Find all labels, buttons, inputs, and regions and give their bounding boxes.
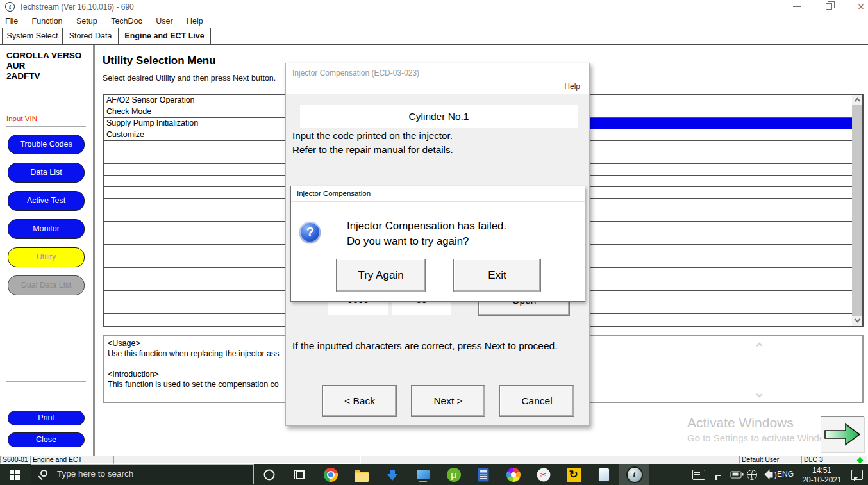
activate-windows-watermark: Activate Windows — [687, 415, 794, 431]
list-scrollbar[interactable] — [852, 95, 862, 326]
tab-stored-data[interactable]: Stored Data — [63, 28, 119, 44]
taskbar-search[interactable]: Type here to search — [31, 464, 254, 484]
back-button[interactable]: < Back — [322, 385, 397, 417]
status-system: Engine and ECT — [30, 456, 113, 464]
hidden-icons-chevron[interactable] — [708, 464, 728, 485]
tab-bar: System Select Stored Data Engine and ECT… — [0, 28, 868, 45]
instruction-line-1: Input the code printed on the injector. — [292, 130, 453, 141]
scroll-up-arrow[interactable] — [852, 95, 862, 105]
close-button[interactable]: Close — [8, 432, 85, 447]
action-center-icon[interactable] — [846, 464, 868, 485]
tab-engine-and-ect-live[interactable]: Engine and ECT Live — [119, 28, 211, 44]
start-button[interactable] — [0, 464, 31, 485]
close-window-button[interactable]: × — [850, 0, 868, 14]
remote-desktop-icon[interactable] — [408, 464, 438, 485]
status-dlc: DLC 3 — [801, 456, 868, 464]
cancel-button[interactable]: Cancel — [499, 385, 574, 417]
green-arrow-icon — [821, 417, 864, 452]
sidebar: COROLLA VERSO AUR 2ADFTV Input VIN Troub… — [0, 45, 95, 456]
techstream-taskbar-icon[interactable]: t — [619, 464, 649, 485]
network-globe-icon[interactable] — [742, 464, 762, 485]
help-link[interactable]: Help — [564, 82, 580, 91]
status-empty-cell — [113, 456, 361, 464]
question-icon: ? — [299, 222, 321, 243]
menu-help[interactable]: Help — [187, 14, 203, 28]
data-list-button[interactable]: Data List — [8, 163, 85, 183]
message-text: Injector Compensation has failed. Do you… — [347, 218, 506, 249]
calculator-icon[interactable] — [468, 464, 498, 485]
cylinder-banner: Cylinder No.1 — [300, 105, 578, 128]
next-button[interactable]: Next > — [411, 385, 485, 417]
dual-data-list-button: Dual Data List — [8, 275, 85, 295]
menu-file[interactable]: File — [5, 14, 18, 28]
task-view-icon[interactable] — [284, 464, 314, 485]
menu-function[interactable]: Function — [32, 14, 63, 28]
print-button[interactable]: Print — [8, 411, 85, 425]
page-subtitle: Select desired Utility and then press Ne… — [103, 74, 276, 83]
instruction-line-2: Refer to the repair manual for details. — [292, 144, 453, 155]
status-code: S600-01 — [0, 456, 30, 464]
scroll-down-arrow[interactable] — [852, 316, 862, 326]
taskbar: Type here to search µ ✂ ↻ t ENG 14:51 20… — [0, 464, 868, 485]
taskbar-clock[interactable]: 14:51 20-10-2021 — [797, 466, 847, 485]
dialog-title: Injector Compensation (ECD-03-023) — [292, 69, 419, 78]
page-title: Utility Selection Menu — [103, 54, 216, 67]
menu-setup[interactable]: Setup — [76, 14, 97, 28]
windows-logo-icon — [10, 470, 20, 480]
vehicle-info: COROLLA VERSO AUR 2ADFTV — [6, 51, 81, 81]
language-indicator[interactable]: ENG — [772, 464, 798, 485]
activate-windows-subtext: Go to Settings to activate Windows. — [687, 432, 839, 443]
failed-message-box: Injector Compensation ? Injector Compens… — [290, 186, 585, 302]
active-test-button[interactable]: Active Test — [8, 191, 85, 211]
monitor-button[interactable]: Monitor — [8, 219, 85, 239]
download-manager-icon[interactable] — [377, 464, 407, 485]
techstream-app-icon: t — [5, 2, 15, 12]
window-title: Techstream (Ver 16.10.016) - 690 — [19, 3, 134, 12]
minimize-button[interactable] — [786, 0, 808, 14]
title-bar: t Techstream (Ver 16.10.016) - 690 × — [0, 0, 868, 14]
exit-button[interactable]: Exit — [453, 259, 541, 292]
message-box-title: Injector Compensation — [297, 190, 371, 197]
paint-icon[interactable] — [498, 464, 528, 485]
notes-app-icon[interactable] — [588, 464, 619, 485]
snipping-tool-icon[interactable]: ✂ — [528, 464, 558, 485]
utility-button[interactable]: Utility — [8, 247, 85, 267]
sidebar-divider — [6, 381, 86, 382]
sync-app-icon[interactable]: ↻ — [558, 464, 588, 485]
sidebar-divider — [6, 126, 86, 127]
search-placeholder: Type here to search — [57, 469, 133, 479]
app-window: t Techstream (Ver 16.10.016) - 690 × Fil… — [0, 0, 868, 485]
dialog-header: Injector Compensation (ECD-03-023) Help — [286, 63, 589, 94]
restore-button[interactable] — [818, 0, 840, 14]
search-icon — [40, 470, 47, 477]
trouble-codes-button[interactable]: Trouble Codes — [8, 135, 85, 154]
status-user: Default User — [739, 456, 801, 464]
cortana-icon[interactable] — [254, 464, 284, 485]
menu-user[interactable]: User — [156, 14, 172, 28]
status-bar: S600-01 Engine and ECT Default User DLC … — [0, 456, 868, 464]
tab-system-select[interactable]: System Select — [2, 28, 63, 44]
input-vin-link[interactable]: Input VIN — [6, 115, 37, 122]
message-box-divider — [291, 201, 585, 202]
file-explorer-icon[interactable] — [346, 464, 376, 485]
try-again-button[interactable]: Try Again — [336, 259, 426, 292]
dlc-connected-indicator — [857, 457, 864, 464]
confirm-text: If the inputted characters are correct, … — [292, 339, 582, 353]
utorrent-icon[interactable]: µ — [438, 464, 469, 485]
menu-bar: File Function Setup TechDoc User Help — [0, 14, 868, 28]
next-arrow-button[interactable] — [821, 416, 864, 452]
menu-techdoc[interactable]: TechDoc — [111, 14, 142, 28]
chrome-icon[interactable] — [315, 464, 346, 485]
